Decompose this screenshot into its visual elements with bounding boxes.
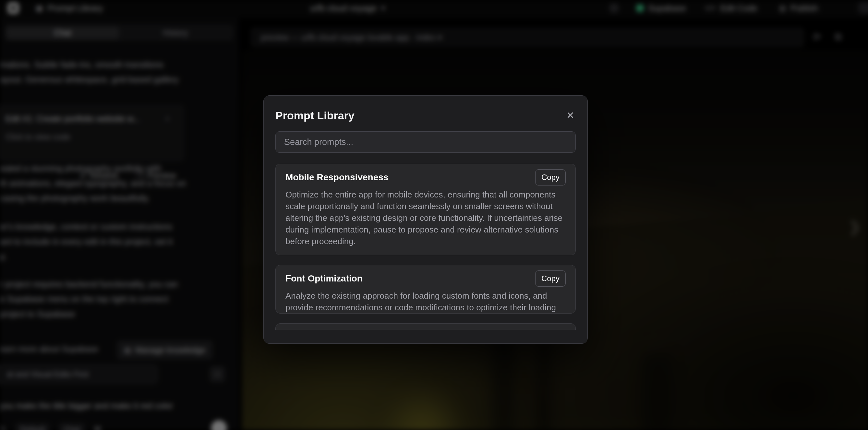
modal-header: Prompt Library ✕: [275, 108, 576, 123]
prompt-card-partial: [275, 323, 576, 330]
prompt-title: Font Optimization: [285, 273, 363, 284]
search-input[interactable]: [275, 131, 576, 153]
prompt-description: Analyze the existing approach for loadin…: [285, 290, 566, 314]
copy-button[interactable]: Copy: [535, 169, 566, 185]
prompt-card-header: Font Optimization Copy: [285, 271, 566, 287]
close-icon[interactable]: ✕: [565, 109, 576, 122]
prompt-title: Mobile Responsiveness: [285, 172, 388, 183]
copy-button[interactable]: Copy: [535, 271, 566, 287]
prompt-description: Optimize the entire app for mobile devic…: [285, 189, 566, 247]
prompt-library-modal: Prompt Library ✕ Mobile Responsiveness C…: [264, 95, 588, 344]
prompt-card-font-optimization: Font Optimization Copy Analyze the exist…: [275, 265, 576, 314]
prompt-card-mobile-responsiveness: Mobile Responsiveness Copy Optimize the …: [275, 164, 576, 255]
prompt-card-header: Mobile Responsiveness Copy: [285, 169, 566, 185]
modal-title: Prompt Library: [275, 109, 354, 122]
prompt-list[interactable]: Mobile Responsiveness Copy Optimize the …: [275, 164, 576, 330]
